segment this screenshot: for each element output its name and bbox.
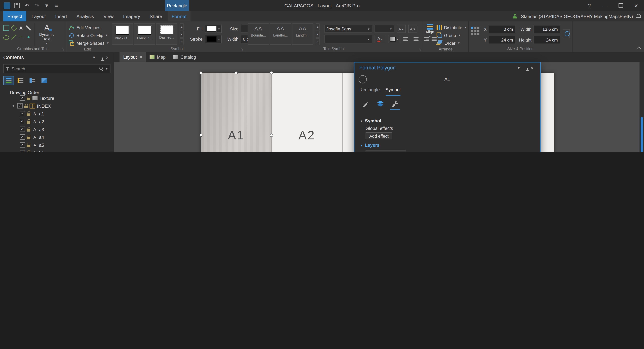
stroke-color-picker[interactable]: ▼ <box>205 35 222 43</box>
line-tool-icon[interactable] <box>11 35 16 40</box>
point-tool-icon[interactable] <box>26 35 31 40</box>
height-input[interactable]: 24 cm <box>534 36 560 44</box>
order-button[interactable]: Order▼ <box>437 39 467 46</box>
minimize-button[interactable]: — <box>597 0 613 11</box>
tree-item[interactable]: ✓ A a2 <box>0 118 114 125</box>
tree-item[interactable]: ✓ A a5 <box>0 141 114 149</box>
anchor-point-selector[interactable] <box>471 27 479 35</box>
search-options-chevron-icon[interactable]: ▼ <box>105 67 108 70</box>
merge-shapes-button[interactable]: Merge Shapes▼ <box>69 39 109 46</box>
gallery-scrollbar[interactable]: ▲▼≡ <box>180 24 184 45</box>
selection-handle[interactable] <box>234 71 238 74</box>
tree-item[interactable]: ✓ A a1 <box>0 110 114 118</box>
visibility-checkbox[interactable]: ✓ <box>20 127 25 132</box>
add-symbol-layer-button[interactable]: Add symbol layer <box>366 150 406 152</box>
text-style-combo[interactable]: ▼ <box>324 35 372 43</box>
fill-color-picker[interactable]: ▼ <box>205 25 222 33</box>
close-button[interactable]: × <box>628 0 644 11</box>
text-style-item[interactable]: AA Landfor... <box>270 24 291 45</box>
panel-menu-icon[interactable]: ▼ <box>516 66 522 70</box>
layers-section-header[interactable]: ▼Layers <box>354 141 540 149</box>
help-button[interactable]: ? <box>582 0 597 11</box>
tree-item[interactable]: ✓ Texture <box>0 94 114 102</box>
symbol-gallery-item[interactable]: Dashed... <box>156 24 178 45</box>
visibility-checkbox[interactable]: ✓ <box>20 95 25 101</box>
selection-handle[interactable] <box>270 71 273 74</box>
pane-menu-icon[interactable]: ▼ <box>91 56 98 60</box>
autosize-toggle-button[interactable] <box>563 29 570 38</box>
selection-handle[interactable] <box>199 71 202 74</box>
symbol-section-header[interactable]: ▼Symbol <box>354 117 540 125</box>
undo-history-dropdown[interactable]: ▼ <box>44 3 50 9</box>
tab-insert[interactable]: Insert <box>51 11 71 21</box>
dialog-launcher-icon[interactable]: ↘ <box>419 47 421 53</box>
halo-color-picker[interactable]: ▼ <box>388 35 400 43</box>
y-input[interactable]: 24 cm <box>489 36 516 44</box>
back-button[interactable]: ← <box>358 75 367 83</box>
edit-graphic-icon[interactable] <box>26 26 31 31</box>
width-input[interactable]: 13.6 cm <box>534 25 560 33</box>
align-left-button[interactable] <box>402 36 411 43</box>
contextual-tab-rectangle[interactable]: Rectangle <box>165 0 189 11</box>
contents-scrollbar[interactable]: ▲ ▼ <box>110 151 114 152</box>
shrink-font-button[interactable]: A▼ <box>408 25 418 33</box>
symbol-gallery-item[interactable]: Black O... <box>112 24 133 45</box>
visibility-checkbox[interactable]: ✓ <box>20 134 25 140</box>
dialog-launcher-icon[interactable]: ↘ <box>62 47 64 53</box>
vertical-scroll-thumb[interactable] <box>641 117 643 152</box>
user-name[interactable]: Staridas (STARIDAS GEOGRAPHY MakingMapsP… <box>521 14 633 19</box>
text-tool-icon[interactable]: A <box>18 26 24 31</box>
gallery-scrollbar[interactable]: ▲▼≡ <box>316 24 320 45</box>
font-color-picker[interactable]: A▼ <box>374 35 386 43</box>
dynamic-text-button[interactable]: A Dynamic Text ▼ <box>38 24 56 46</box>
tree-item[interactable]: ✓ A a4 <box>0 133 114 141</box>
text-style-item[interactable]: AA Bounda... <box>248 24 269 45</box>
tree-item[interactable]: ✓ A a3 <box>0 125 114 133</box>
tree-item[interactable]: ▼ ✓ INDEX <box>0 102 114 110</box>
tab-view[interactable]: View <box>100 11 118 21</box>
tab-layout-view[interactable]: Layout× <box>120 52 146 62</box>
tab-analysis[interactable]: Analysis <box>72 11 98 21</box>
list-by-drawing-order-button[interactable] <box>3 76 14 85</box>
tab-format[interactable]: Format <box>168 11 191 21</box>
tab-project[interactable]: Project <box>3 11 26 21</box>
visibility-checkbox[interactable]: ✓ <box>20 111 25 116</box>
list-by-snapping-button[interactable] <box>39 76 50 85</box>
edit-vertices-button[interactable]: Edit Vertices <box>69 24 109 31</box>
distribute-button[interactable]: Distribute▼ <box>437 24 467 31</box>
visibility-checkbox[interactable]: ✓ <box>20 119 25 124</box>
ellipse-tool-icon[interactable] <box>3 35 9 40</box>
tab-imagery[interactable]: Imagery <box>119 11 144 21</box>
tab-map-view[interactable]: Map <box>146 52 169 62</box>
list-by-element-type-button[interactable] <box>15 76 26 85</box>
tab-layout[interactable]: Layout <box>27 11 50 21</box>
visibility-checkbox[interactable]: ✓ <box>20 142 25 148</box>
vertical-scrollbar[interactable] <box>640 62 644 152</box>
symbol-gallery-item[interactable]: Black O... <box>134 24 155 45</box>
customize-qat-button[interactable]: ≡ <box>54 3 60 9</box>
panel-close-icon[interactable]: × <box>529 65 535 71</box>
rotate-or-flip-button[interactable]: Rotate Or Flip▼ <box>69 32 109 39</box>
subtab-gallery[interactable] <box>360 100 371 110</box>
group-button[interactable]: Group▼ <box>437 32 467 39</box>
list-by-map-frame-button[interactable] <box>27 76 38 85</box>
x-input[interactable]: 0 cm <box>489 25 516 33</box>
add-effect-button[interactable]: Add effect <box>366 132 392 139</box>
close-pane-icon[interactable]: × <box>104 55 110 60</box>
titlebar[interactable]: ↶ ↷ ▼ ≡ Rectangle GALAPAGOS - Layout - A… <box>0 0 644 11</box>
selection-handle[interactable] <box>199 134 202 137</box>
subtab-layers[interactable] <box>375 100 386 110</box>
text-style-item[interactable]: AA Landm... <box>292 24 313 45</box>
dialog-launcher-icon[interactable]: ↘ <box>241 47 244 53</box>
tab-rectangle-format[interactable]: Rectangle <box>360 87 380 96</box>
tab-share[interactable]: Share <box>146 11 166 21</box>
rectangle-tool-icon[interactable] <box>3 25 9 31</box>
visibility-checkbox[interactable]: ✓ <box>20 150 25 152</box>
curve-tool-icon[interactable] <box>18 36 24 39</box>
redo-button[interactable]: ↷ <box>34 3 40 9</box>
tree-item[interactable]: ✓ A b1 <box>0 149 114 152</box>
selection-handle[interactable] <box>270 134 273 137</box>
close-tab-icon[interactable]: × <box>140 55 142 59</box>
save-button[interactable] <box>14 3 20 9</box>
align-center-button[interactable] <box>412 36 420 43</box>
